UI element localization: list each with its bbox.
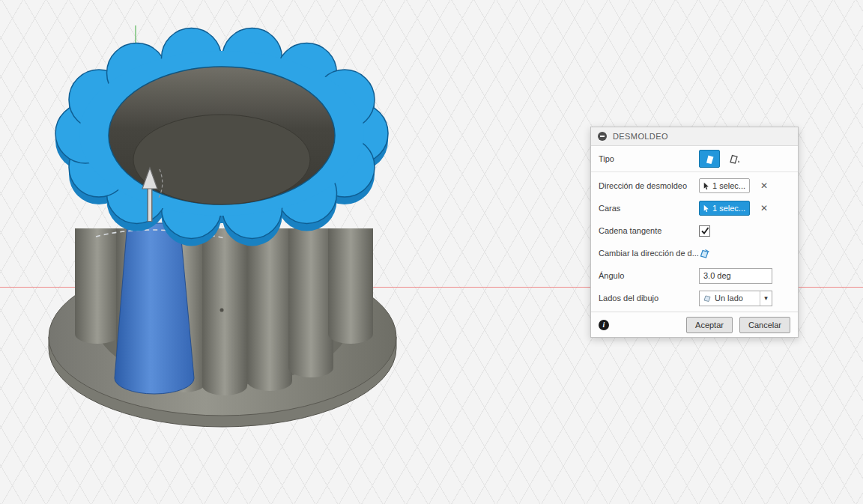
row-angulo: Ángulo [591,264,798,287]
draft-type-fixed-plane-button[interactable] [699,150,720,168]
row-cadena-tangente: Cadena tangente [591,219,798,242]
cancelar-button[interactable]: Cancelar [739,317,790,333]
lados-dropdown-value: Un lado [715,294,757,303]
caras-selection-count: 1 selec... [712,204,745,213]
checkmark-icon [700,226,709,235]
draft-edit-icon [729,154,742,165]
cadena-label: Cadena tangente [599,226,699,235]
angulo-label: Ángulo [599,271,699,280]
cursor-icon [703,181,709,191]
cambiar-label: Cambiar la dirección de d... [599,249,699,258]
caras-selection-button[interactable]: 1 selec... [699,201,750,216]
row-direccion: Dirección de desmoldeo 1 selec... ✕ [591,174,798,197]
direccion-selection-count: 1 selec... [712,181,745,190]
dialog-title: DESMOLDEO [613,132,668,141]
row-lados-dibujo: Lados del dibujo Un lado ▾ [591,287,798,309]
origin-point [220,309,224,312]
cadena-tangente-checkbox[interactable] [699,225,710,237]
draft-face-icon [704,154,715,165]
row-cambiar-direccion: Cambiar la dirección de d... [591,242,798,264]
one-side-icon [703,294,712,303]
row-tipo: Tipo [591,146,798,172]
dialog-footer: i Aceptar Cancelar [591,312,798,337]
aceptar-button[interactable]: Aceptar [686,317,733,333]
flip-direction-icon [699,248,710,259]
desmoldeo-dialog: DESMOLDEO Tipo Dirección de desmoldeo [590,127,799,338]
caras-clear-icon[interactable]: ✕ [760,204,768,213]
selected-draft-face[interactable] [115,223,194,394]
lados-dropdown[interactable]: Un lado ▾ [699,291,772,306]
draft-type-parting-line-button[interactable] [724,150,745,168]
chevron-down-icon: ▾ [760,291,772,306]
lados-label: Lados del dibujo [599,294,699,303]
dialog-header[interactable]: DESMOLDEO [591,127,798,146]
cursor-icon [703,204,709,213]
row-caras: Caras 1 selec... ✕ [591,197,798,219]
angulo-input[interactable] [699,268,772,284]
command-icon [598,132,607,141]
tipo-label: Tipo [599,154,699,163]
caras-label: Caras [599,204,699,213]
flip-direction-button[interactable] [699,248,710,259]
model-inner-cavity[interactable] [109,67,335,204]
direccion-selection-button[interactable]: 1 selec... [699,178,750,193]
info-icon[interactable]: i [599,320,609,330]
direccion-label: Dirección de desmoldeo [599,181,699,190]
direccion-clear-icon[interactable]: ✕ [760,181,768,190]
cad-application: { "colors": { "selection_blue": "#2397db… [0,0,863,504]
